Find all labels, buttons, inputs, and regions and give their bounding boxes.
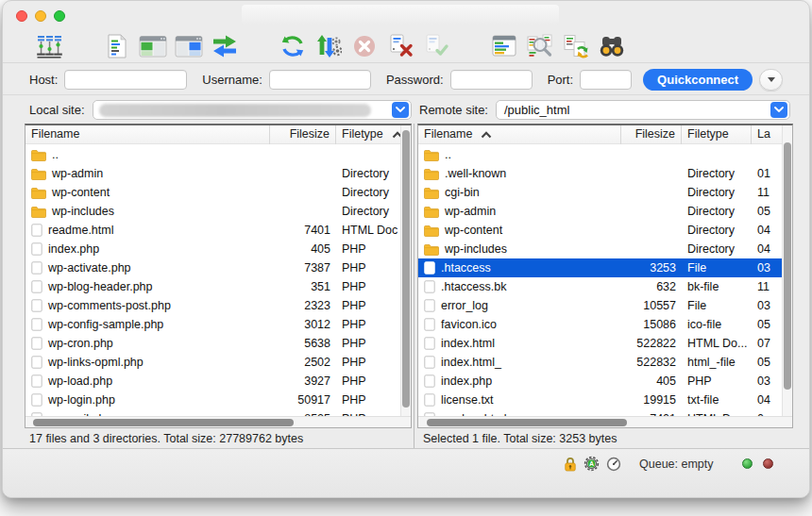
file-icon [424, 299, 435, 312]
local-site-bar: Local site: [3, 100, 412, 120]
filename-cell: wp-config-sample.php [25, 315, 270, 334]
toggle-local-tree-icon[interactable] [139, 32, 167, 60]
local-file-pane: Filename Filesize Filetype ..wp-adminDir… [25, 124, 412, 428]
filename-text: wp-includes [52, 202, 114, 221]
file-row[interactable]: readme.html7401HTML Doc [25, 221, 411, 240]
file-row[interactable]: .htaccess.bk632bk-file11 [418, 277, 792, 296]
local-site-value-redacted [99, 104, 371, 117]
directory-listing-filters-icon[interactable] [490, 32, 518, 60]
lock-icon[interactable] [564, 457, 577, 475]
zoom-button[interactable] [54, 10, 65, 22]
file-row[interactable]: wp-contentDirectory [25, 183, 411, 202]
quickconnect-dropdown-button[interactable] [759, 69, 783, 91]
filesize-cell: 522822 [621, 334, 682, 353]
cancel-operation-icon[interactable] [350, 32, 379, 60]
filename-text: wp-login.php [48, 391, 115, 409]
file-row[interactable]: index.php405PHP03 [418, 372, 792, 391]
site-manager-icon[interactable] [35, 32, 63, 60]
file-row[interactable]: error_log10557File03 [418, 296, 792, 315]
filesize-cell: 351 [270, 277, 336, 296]
toggle-message-log-icon[interactable] [103, 32, 131, 60]
file-row[interactable]: wp-cron.php5638PHP [25, 334, 411, 353]
toolbar [3, 29, 809, 63]
directory-comparison-icon[interactable] [526, 32, 554, 60]
reconnect-icon[interactable] [422, 32, 450, 60]
folder-icon [424, 168, 439, 180]
filename-text: wp-activate.php [48, 258, 131, 277]
filetype-cell: PHP [682, 372, 752, 391]
file-row[interactable]: wp-config-sample.php3012PHP [25, 315, 411, 334]
filetype-cell: Directory [682, 183, 752, 202]
file-row[interactable]: .. [25, 145, 411, 164]
synchronized-browsing-icon[interactable] [562, 32, 590, 60]
file-row[interactable]: wp-comments-post.php2323PHP [25, 296, 411, 315]
file-row[interactable]: wp-links-opml.php2502PHP [25, 353, 411, 372]
port-input[interactable] [580, 70, 632, 90]
file-row[interactable]: wp-blog-header.php351PHP [25, 277, 411, 296]
find-files-icon[interactable] [598, 32, 626, 60]
filesize-cell [621, 183, 682, 202]
toggle-transfer-queue-icon[interactable] [211, 32, 239, 60]
file-row[interactable]: cgi-binDirectory11 [418, 183, 792, 202]
filename-text: .. [52, 145, 59, 164]
pane-divider[interactable] [414, 124, 414, 449]
minimize-button[interactable] [35, 10, 46, 22]
file-icon [31, 242, 42, 256]
filename-text: .htaccess.bk [441, 277, 506, 296]
file-row[interactable]: index.html_522832html_-file05 [418, 353, 792, 372]
scrollbar-thumb[interactable] [784, 142, 791, 390]
scrollbar-thumb[interactable] [33, 419, 294, 426]
file-row[interactable]: .htaccess3253File03 [418, 258, 792, 277]
filename-text: wp-admin [52, 164, 103, 183]
filename-cell: .htaccess [418, 258, 621, 277]
remote-file-pane: Filename Filesize Filetype La ...well-kn… [417, 124, 793, 428]
toggle-remote-tree-icon[interactable] [175, 32, 203, 60]
password-input[interactable] [450, 70, 533, 90]
toolbar-separator [246, 45, 271, 46]
disconnect-icon[interactable] [386, 32, 414, 60]
column-header-filename[interactable]: Filename [25, 125, 270, 144]
local-site-label: Local site: [29, 103, 85, 117]
scrollbar-thumb[interactable] [427, 419, 627, 426]
filesize-cell: 2323 [270, 296, 336, 315]
column-header-filename[interactable]: Filename [418, 125, 621, 144]
column-header-filesize[interactable]: Filesize [270, 125, 336, 144]
remote-site-combobox[interactable]: /public_html [496, 100, 790, 120]
file-row[interactable]: wp-login.php50917PHP [25, 391, 411, 409]
file-row[interactable]: wp-activate.php7387PHP [25, 258, 411, 277]
filename-text: error_log [441, 296, 488, 315]
filetype-cell: Directory [682, 221, 752, 240]
file-row[interactable]: wp-contentDirectory04 [418, 221, 792, 240]
quickconnect-button[interactable]: Quickconnect [643, 69, 753, 91]
file-row[interactable]: wp-includesDirectory04 [418, 240, 792, 258]
file-row[interactable]: wp-adminDirectory [25, 164, 411, 183]
column-header-filesize[interactable]: Filesize [621, 125, 682, 144]
file-row[interactable]: index.php405PHP [25, 240, 411, 258]
gear-icon[interactable]: A [584, 456, 600, 475]
close-button[interactable] [16, 10, 27, 22]
username-input[interactable] [269, 70, 371, 90]
column-header-filetype[interactable]: Filetype [682, 125, 752, 144]
file-row[interactable]: favicon.ico15086ico-file05 [418, 315, 792, 334]
chevron-down-icon[interactable] [770, 102, 787, 118]
file-row[interactable]: index.html522822HTML Do...07 [418, 334, 792, 353]
scrollbar-thumb[interactable] [402, 130, 410, 408]
filetype-cell: bk-file [682, 277, 752, 296]
filename-text: .well-known [445, 164, 506, 183]
file-row[interactable]: license.txt19915txt-file04 [418, 391, 792, 409]
port-label: Port: [548, 73, 573, 87]
host-input[interactable] [64, 70, 187, 90]
chevron-down-icon[interactable] [392, 102, 409, 118]
file-row[interactable]: .well-knownDirectory01 [418, 164, 792, 183]
file-row[interactable]: wp-load.php3927PHP [25, 372, 411, 391]
file-row[interactable]: .. [418, 145, 792, 164]
filesize-cell: 15086 [621, 315, 682, 334]
process-queue-icon[interactable] [314, 32, 343, 60]
filesize-cell: 7401 [270, 221, 336, 240]
local-site-combobox[interactable] [93, 100, 412, 120]
refresh-icon[interactable] [279, 32, 307, 60]
file-row[interactable]: wp-adminDirectory05 [418, 202, 792, 221]
speed-limits-icon[interactable] [606, 457, 621, 475]
file-row[interactable]: wp-includesDirectory [25, 202, 411, 221]
file-icon [424, 318, 435, 331]
